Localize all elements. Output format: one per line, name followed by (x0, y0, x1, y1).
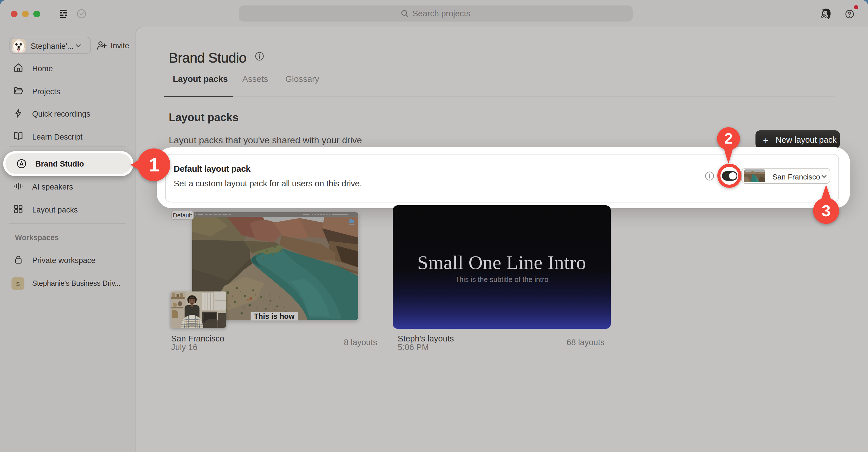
svg-text:3: 3 (822, 202, 830, 220)
svg-text:1: 1 (149, 154, 160, 176)
svg-text:2: 2 (724, 130, 733, 147)
